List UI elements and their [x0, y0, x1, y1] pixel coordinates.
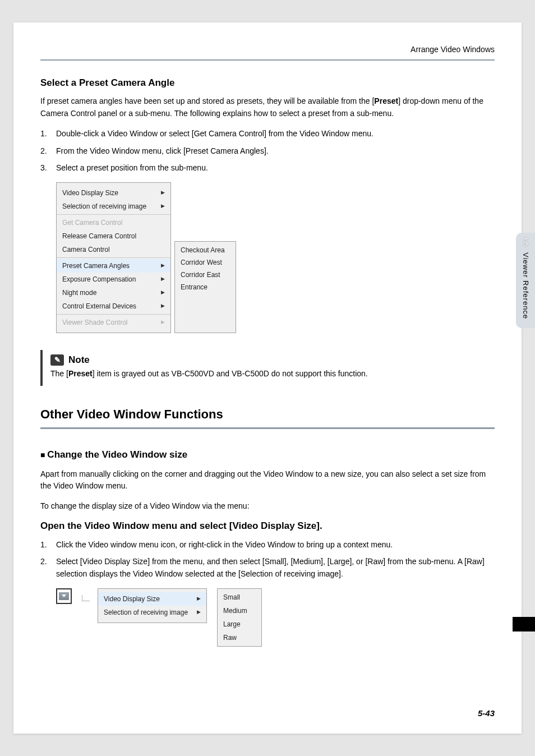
menu-item[interactable]: Release Camera Control	[57, 229, 170, 243]
step: 1.Click the Video window menu icon, or r…	[40, 538, 495, 551]
submenu-item[interactable]: Entrance	[175, 281, 236, 293]
chapter-label: Viewer Reference	[522, 252, 530, 319]
submenu-arrow-icon: ▶	[161, 289, 165, 297]
header-category: Arrange Video Windows	[40, 45, 495, 54]
note-icon: ✎	[50, 354, 64, 366]
submenu-item[interactable]: Checkout Area	[175, 244, 236, 256]
page: Arrange Video Windows Select a Preset Ca…	[13, 22, 522, 734]
menu-item[interactable]: Exposure Compensation▶	[57, 273, 170, 286]
context-submenu: Checkout Area Corridor West Corridor Eas…	[174, 241, 236, 333]
submenu-arrow-icon: ▶	[197, 595, 201, 603]
submenu-arrow-icon: ▶	[161, 275, 165, 283]
submenu-item[interactable]: Medium	[218, 604, 261, 617]
instruction-title: Open the Video Window menu and select [V…	[40, 520, 495, 532]
menu-item[interactable]: Video Display Size▶	[57, 186, 170, 200]
section-intro: If preset camera angles have been set up…	[40, 95, 495, 119]
menu-item-disabled: Get Camera Control	[57, 216, 170, 229]
step: 2.Select [Video Display Size] from the m…	[40, 555, 495, 580]
paragraph: To change the display size of a Video Wi…	[40, 500, 495, 513]
window-menu-icon[interactable]	[56, 588, 72, 604]
menu-screenshot-1: Video Display Size▶ Selection of receivi…	[56, 182, 495, 333]
submenu-item[interactable]: Corridor East	[175, 269, 236, 281]
step: 3.Select a preset position from the sub-…	[40, 162, 495, 174]
page-number: 5-43	[478, 708, 495, 718]
submenu-arrow-icon: ▶	[161, 262, 165, 270]
submenu-arrow-icon: ▶	[161, 189, 165, 197]
side-marker	[513, 617, 535, 631]
menu-screenshot-2: Video Display Size▶ Selection of receivi…	[56, 588, 495, 647]
submenu-arrow-icon: ▶	[161, 319, 165, 326]
note-heading: ✎ Note	[50, 354, 487, 366]
submenu-item[interactable]: Raw	[218, 631, 261, 644]
submenu-item[interactable]: Large	[218, 617, 261, 631]
context-menu-main-2: Video Display Size▶ Selection of receivi…	[98, 588, 207, 623]
steps-list-1: 1.Double-click a Video Window or select …	[40, 127, 495, 174]
chapter-number: 5	[523, 236, 528, 249]
menu-item-selected[interactable]: Preset Camera Angles▶	[57, 259, 170, 273]
submenu-arrow-icon: ▶	[161, 302, 165, 310]
menu-item[interactable]: Selection of receiving image▶	[57, 200, 170, 213]
menu-item[interactable]: Selection of receiving image▶	[98, 606, 206, 619]
menu-item-disabled: Viewer Shade Control▶	[57, 316, 170, 329]
submenu-arrow-icon: ▶	[197, 609, 201, 616]
submenu-item[interactable]: Corridor West	[175, 256, 236, 269]
step: 2.From the Video Window menu, click [Pre…	[40, 145, 495, 157]
subsection-title: Change the Video Window size	[40, 449, 495, 460]
step: 1.Double-click a Video Window or select …	[40, 127, 495, 140]
context-submenu-2: Small Medium Large Raw	[217, 588, 262, 647]
menu-item[interactable]: Camera Control	[57, 243, 170, 256]
submenu-arrow-icon: ▶	[161, 202, 165, 210]
menu-item[interactable]: Control External Devices▶	[57, 299, 170, 313]
steps-list-2: 1.Click the Video window menu icon, or r…	[40, 538, 495, 580]
section-rule	[40, 427, 495, 429]
chapter-tab: 5 Viewer Reference	[516, 233, 535, 328]
submenu-item[interactable]: Small	[218, 591, 261, 604]
note-text: The [Preset] item is grayed out as VB-C5…	[50, 369, 487, 378]
section-title-other: Other Video Window Functions	[40, 407, 495, 422]
note-box: ✎ Note The [Preset] item is grayed out a…	[40, 350, 495, 386]
header-rule	[40, 59, 495, 61]
menu-item-selected[interactable]: Video Display Size▶	[98, 592, 206, 606]
context-menu-main: Video Display Size▶ Selection of receivi…	[56, 182, 171, 333]
section-title-preset: Select a Preset Camera Angle	[40, 77, 495, 89]
menu-item[interactable]: Night mode▶	[57, 286, 170, 299]
paragraph: Apart from manually clicking on the corn…	[40, 468, 495, 492]
